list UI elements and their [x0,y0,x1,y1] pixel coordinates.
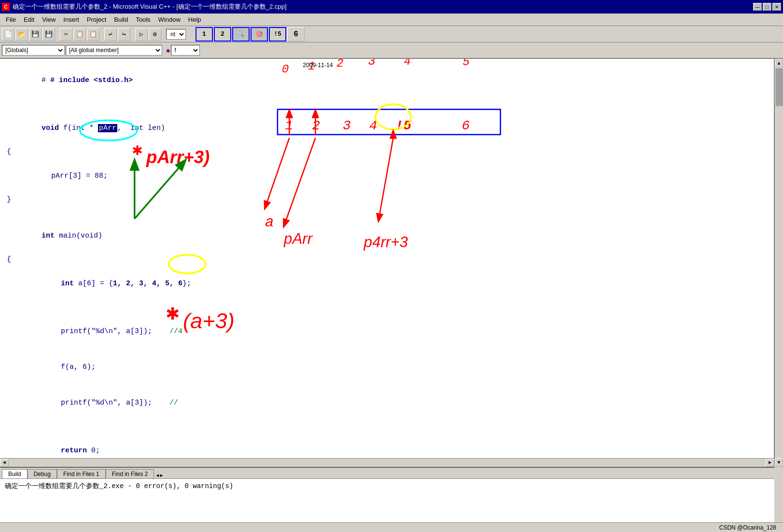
output-text: 确定一个一维数组需要几个参数_2.exe - 0 error(s), 0 war… [5,482,233,490]
code-line-1: # # include <stdio.h> [7,63,767,98]
hscroll-track[interactable] [9,460,766,466]
save-button[interactable]: 💾 [29,28,42,41]
titlebar: C 确定一个一维数组需要几个参数_2 - Microsoft Visual C+… [0,0,783,14]
globals-combo[interactable]: [Globals] [2,45,65,56]
close-button[interactable]: ✕ [772,3,781,11]
tab-build[interactable]: Build [2,469,28,478]
maximize-button[interactable]: □ [763,3,771,11]
scroll-right-btn[interactable]: ► [766,459,774,467]
title-text: 确定一个一维数组需要几个参数_2 - Microsoft Visual C++ … [13,2,753,11]
menu-file[interactable]: File [2,15,20,24]
tb-num-5[interactable]: !5 [269,27,286,42]
app-icon: C [2,3,10,11]
tab-debug[interactable]: Debug [28,469,57,478]
code-line-blank1 [7,98,767,111]
app: C 确定一个一维数组需要几个参数_2 - Microsoft Visual C+… [0,0,783,532]
toolbar1: 📄 📂 💾 💾 ✂ 📋 📋 ↩ ↪ ▷ ⚙ nt 1 2 🔍 🎯 [0,26,783,42]
scroll-left-btn[interactable]: ◄ [0,459,9,467]
code-line-8: int main(void) [7,218,767,254]
menu-window[interactable]: Window [154,15,184,24]
menu-project[interactable]: Project [83,15,110,24]
code-line-blank4 [7,421,767,434]
output-panel: Build Debug Find in Files 1 Find in File… [0,467,774,522]
toolbar2: [Globals] [All global member] ◆ f [0,42,783,59]
menu-build[interactable]: Build [110,15,132,24]
scroll-up-btn[interactable]: ▲ [775,59,783,68]
code-line-3: void f(int * pArr, int len) [7,111,767,146]
status-text [2,524,3,531]
output-content: 确定一个一维数组需要几个参数_2.exe - 0 error(s), 0 war… [0,478,774,522]
output-tabs: Build Debug Find in Files 1 Find in File… [0,468,774,478]
tb-num-6[interactable]: 6 [287,27,305,42]
build-button[interactable]: ⚙ [149,28,161,41]
status-right-text: CSDN @Ocarina_128 [719,524,776,531]
code-line-13: f(a, 6); [7,350,767,385]
menu-tools[interactable]: Tools [132,15,154,24]
tab-scroll-btn[interactable]: ◄ [156,473,159,478]
tb-num-2[interactable]: 2 [214,27,231,42]
code-line-6: } [7,194,767,206]
vertical-scrollbar[interactable]: ▲ ▼ [774,59,783,467]
code-editor[interactable]: # # include <stdio.h> void f(int * pArr,… [0,59,774,467]
menu-view[interactable]: View [38,15,59,24]
minimize-button[interactable]: — [753,3,762,11]
code-line-14: printf("%d\n", a[3]); // [7,385,767,421]
code-line-blank3 [7,302,767,314]
code-line-12: printf("%d\n", a[3]); //4 [7,314,767,350]
tab-find1[interactable]: Find in Files 1 [57,469,106,478]
function-combo[interactable]: f [171,45,200,56]
menubar: File Edit View Insert Project Build Tool… [0,14,783,26]
undo-button[interactable]: ↩ [104,28,117,41]
redo-button[interactable]: ↪ [118,28,130,41]
code-line-blank2 [7,206,767,218]
scroll-track[interactable] [775,68,783,458]
tb-num-4[interactable]: 🎯 [251,27,268,42]
open-button[interactable]: 📂 [15,28,28,41]
window-controls: — □ ✕ [753,3,781,11]
function-indicator: ◆ [166,46,170,55]
scroll-down-btn[interactable]: ▼ [775,458,783,467]
paste-button[interactable]: 📋 [87,28,99,41]
tab-find2[interactable]: Find in Files 2 [106,469,154,478]
cut-button[interactable]: ✂ [60,28,72,41]
horizontal-scrollbar[interactable]: ◄ ► [0,458,774,467]
menu-insert[interactable]: Insert [59,15,83,24]
members-combo[interactable]: [All global member] [66,45,162,56]
tb-num-3[interactable]: 🔍 [232,27,250,42]
tab-scroll-btn2[interactable]: ► [160,473,163,478]
save-all-button[interactable]: 💾 [42,28,55,41]
config-combo[interactable]: nt [166,29,186,40]
tb-num-1[interactable]: 1 [196,27,213,42]
code-line-10: int a[6] = {1, 2, 3, 4, 5, 6}; [7,266,767,302]
copy-button[interactable]: 📋 [73,28,86,41]
compile-button[interactable]: ▷ [135,28,148,41]
menu-help[interactable]: Help [184,15,205,24]
code-line-9: { [7,254,767,266]
code-line-5: pArr[3] = 88; [7,158,767,194]
main-area: # # include <stdio.h> void f(int * pArr,… [0,59,783,522]
new-button[interactable]: 📄 [2,28,14,41]
menu-edit[interactable]: Edit [20,15,38,24]
statusbar: CSDN @Ocarina_128 [0,522,783,532]
code-line-4: { [7,146,767,158]
scroll-thumb[interactable] [775,68,783,106]
